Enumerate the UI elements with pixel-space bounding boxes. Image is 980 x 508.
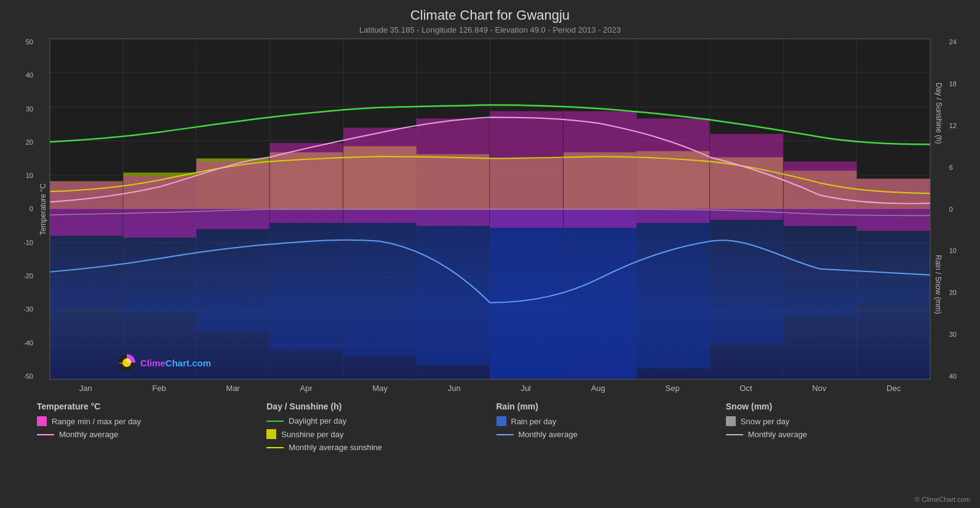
temp-range-swatch (37, 416, 47, 426)
month-nov: Nov (812, 384, 826, 393)
legend-col-temperature: Temperature °C Range min / max per day M… (37, 401, 266, 456)
svg-rect-51 (343, 127, 416, 222)
month-sep: Sep (666, 384, 680, 393)
svg-rect-27 (343, 209, 416, 356)
temp-range-label: Range min / max per day (52, 417, 141, 426)
daylight-line (266, 421, 284, 422)
rain-swatch (496, 416, 506, 426)
svg-rect-28 (416, 209, 490, 365)
snow-avg-line (726, 434, 743, 435)
legend-snow-avg: Monthly average (726, 430, 955, 439)
legend-sunshine-bar: Sunshine per day (266, 429, 496, 439)
legend-snow-title: Snow (mm) (726, 401, 955, 411)
temp-avg-line (37, 434, 54, 435)
month-jan: Jan (79, 384, 92, 393)
month-jun: Jun (448, 384, 461, 393)
snow-bar-label: Snow per day (741, 417, 790, 426)
title-section: Climate Chart for Gwangju Latitude 35.18… (0, 0, 980, 34)
svg-rect-57 (784, 161, 857, 226)
svg-rect-30 (564, 209, 637, 379)
legend-sunshine-avg: Monthly average sunshine (266, 443, 496, 452)
legend-col-sunshine: Day / Sunshine (h) Daylight per day Suns… (266, 401, 496, 456)
legend-col-rain: Rain (mm) Rain per day Monthly average (496, 401, 726, 456)
month-aug: Aug (591, 384, 605, 393)
sunshine-bar-label: Sunshine per day (281, 430, 343, 439)
legend-daylight: Daylight per day (266, 416, 496, 425)
snow-swatch (726, 416, 736, 426)
svg-rect-56 (710, 134, 783, 219)
month-apr: Apr (300, 384, 313, 393)
month-jul: Jul (520, 384, 531, 393)
month-feb: Feb (152, 384, 165, 393)
legend-sunshine-title: Day / Sunshine (h) (266, 401, 496, 411)
snow-avg-label: Monthly average (748, 430, 807, 439)
y-axis-left-label: Temperature °C (39, 183, 47, 235)
daylight-label: Daylight per day (289, 416, 346, 425)
svg-rect-31 (637, 209, 710, 368)
rain-avg-line (496, 434, 514, 435)
copyright: © ClimeChart.com (915, 496, 970, 503)
logo-icon-bottom (117, 353, 137, 373)
sunshine-avg-label: Monthly average sunshine (289, 443, 382, 452)
legend-col-snow: Snow (mm) Snow per day Monthly average (726, 401, 955, 456)
chart-container: Climate Chart for Gwangju Latitude 35.18… (0, 0, 980, 508)
sunshine-swatch (266, 429, 276, 439)
month-may: May (373, 384, 388, 393)
y-axis-right: 24 18 12 6 0 10 20 30 40 (949, 38, 957, 380)
legend-section: Temperature °C Range min / max per day M… (0, 393, 980, 456)
legend-rain-avg: Monthly average (496, 430, 726, 439)
legend-snow-bar: Snow per day (726, 416, 955, 426)
svg-rect-26 (270, 209, 343, 350)
svg-rect-32 (710, 209, 783, 344)
legend-temp-range: Range min / max per day (37, 416, 266, 426)
y-axis-right-bottom-label: Rain / Snow (mm) (934, 255, 942, 314)
legend-temp-avg: Monthly average (37, 430, 266, 439)
logo-text-bottom: ClimeChart.com (140, 358, 211, 368)
chart-subtitle: Latitude 35.185 - Longitude 126.849 - El… (0, 25, 980, 34)
sunshine-avg-line (266, 447, 284, 448)
svg-rect-58 (856, 179, 930, 231)
logo-bottom: ClimeChart.com (117, 353, 211, 373)
x-axis: Jan Feb Mar Apr May Jun Jul Aug Sep Oct … (0, 380, 980, 393)
main-svg-chart (49, 38, 931, 380)
chart-wrapper: Temperature °C Day / Sunshine (h) Rain /… (49, 38, 931, 380)
month-dec: Dec (886, 384, 901, 393)
svg-rect-29 (490, 209, 564, 379)
legend-rain-bar: Rain per day (496, 416, 726, 426)
chart-title: Climate Chart for Gwangju (0, 7, 980, 23)
svg-rect-52 (416, 119, 490, 226)
month-mar: Mar (226, 384, 240, 393)
month-oct: Oct (739, 384, 752, 393)
legend-rain-title: Rain (mm) (496, 401, 726, 411)
temp-avg-label: Monthly average (59, 430, 118, 439)
rain-bar-label: Rain per day (511, 417, 557, 426)
y-axis-right-top-label: Day / Sunshine (h) (934, 83, 942, 143)
legend-temp-title: Temperature °C (37, 401, 266, 411)
y-axis-left: 50 40 30 20 10 0 -10 -20 -30 -40 -50 (23, 38, 33, 380)
svg-rect-48 (124, 176, 197, 238)
svg-rect-53 (490, 111, 564, 228)
rain-avg-label: Monthly average (519, 430, 578, 439)
